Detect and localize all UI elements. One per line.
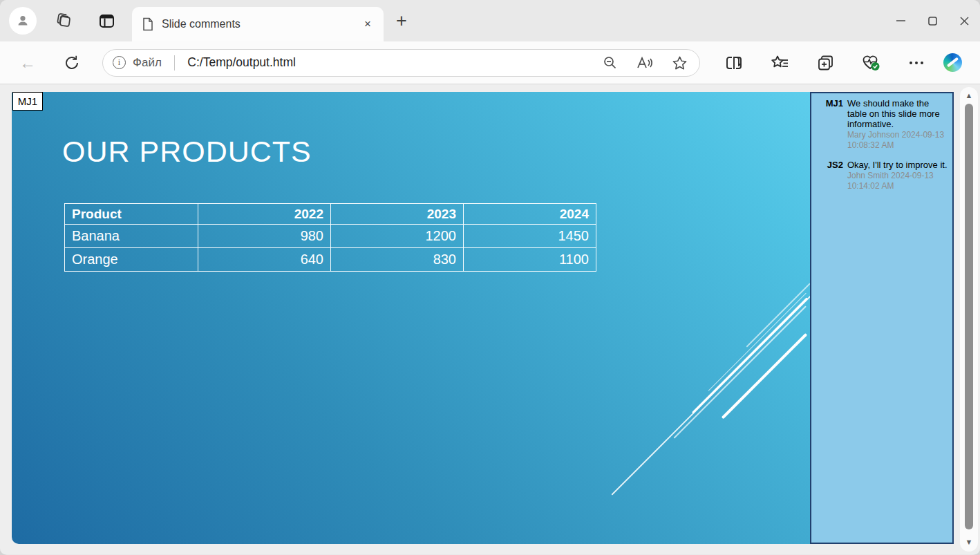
comment-body: Okay, I'll try to improve it. John Smith… bbox=[847, 160, 948, 191]
refresh-icon[interactable] bbox=[62, 55, 82, 71]
cell-banana-2024: 1450 bbox=[464, 225, 596, 248]
settings-more-icon[interactable] bbox=[905, 61, 928, 65]
table-row: Orange 640 830 1100 bbox=[65, 248, 596, 272]
url-text[interactable]: C:/Temp/output.html bbox=[187, 55, 585, 70]
comment-meta: John Smith 2024-09-13 10:14:02 AM bbox=[847, 171, 948, 191]
comment-item: MJ1 We should make the table on this sli… bbox=[820, 98, 948, 150]
address-divider bbox=[174, 55, 176, 70]
header-product: Product bbox=[65, 204, 198, 225]
browser-window: Slide comments × + ← bbox=[0, 0, 980, 555]
decor-line bbox=[673, 305, 806, 438]
address-bar[interactable]: i Файл C:/Temp/output.html bbox=[102, 49, 700, 77]
maximize-icon bbox=[928, 17, 937, 26]
profile-button[interactable] bbox=[9, 7, 37, 35]
minimize-icon bbox=[896, 20, 905, 21]
titlebar: Slide comments × + bbox=[0, 0, 980, 41]
products-table: Product 2022 2023 2024 Banana 980 1200 1… bbox=[64, 203, 596, 272]
comment-marker-mj1[interactable]: MJ1 bbox=[12, 92, 43, 111]
new-tab-button[interactable]: + bbox=[396, 12, 407, 30]
workspaces-icon bbox=[55, 12, 73, 30]
cell-orange-2022: 640 bbox=[198, 248, 331, 272]
copilot-icon[interactable] bbox=[943, 53, 962, 72]
comment-body: We should make the table on this slide m… bbox=[847, 98, 948, 150]
cell-orange-2024: 1100 bbox=[464, 248, 596, 272]
window-controls bbox=[885, 0, 980, 41]
page-viewport: OUR PRODUCTS Product 2022 2023 2024 Bana… bbox=[0, 84, 980, 554]
header-2024: 2024 bbox=[464, 204, 596, 225]
maximize-button[interactable] bbox=[916, 0, 948, 41]
browser-tab[interactable]: Slide comments × bbox=[132, 7, 384, 41]
cell-orange: Orange bbox=[65, 248, 198, 272]
page-icon bbox=[142, 17, 154, 31]
read-aloud-icon[interactable] bbox=[636, 55, 654, 70]
site-info-icon[interactable]: i bbox=[113, 56, 126, 69]
tab-close-icon[interactable]: × bbox=[361, 17, 374, 31]
close-icon bbox=[960, 17, 969, 26]
comment-text: We should make the table on this slide m… bbox=[847, 98, 948, 129]
minimize-button[interactable] bbox=[885, 0, 916, 41]
comment-item: JS2 Okay, I'll try to improve it. John S… bbox=[820, 160, 948, 191]
comment-text: Okay, I'll try to improve it. bbox=[847, 160, 948, 170]
browser-essentials-icon[interactable] bbox=[859, 54, 883, 71]
cell-orange-2023: 830 bbox=[331, 248, 464, 272]
favorite-star-icon[interactable] bbox=[670, 55, 688, 70]
table-header-row: Product 2022 2023 2024 bbox=[65, 204, 596, 225]
scrollbar-thumb[interactable] bbox=[965, 104, 973, 529]
header-2023: 2023 bbox=[331, 204, 464, 225]
cell-banana-2023: 1200 bbox=[331, 225, 464, 248]
scroll-up-icon[interactable]: ▲ bbox=[960, 91, 978, 100]
table-row: Banana 980 1200 1450 bbox=[65, 225, 596, 248]
page-scrollbar[interactable]: ▲ ▼ bbox=[960, 87, 978, 552]
toolbar: ← i Файл C:/Temp/output.html bbox=[0, 41, 980, 84]
tab-title: Slide comments bbox=[162, 18, 354, 30]
comments-panel: MJ1 We should make the table on this sli… bbox=[810, 92, 954, 544]
vertical-tabs-icon bbox=[98, 12, 115, 30]
slide-title: OUR PRODUCTS bbox=[62, 135, 312, 169]
zoom-out-icon[interactable] bbox=[601, 55, 619, 70]
comment-meta: Mary Johnson 2024-09-13 10:08:32 AM bbox=[847, 130, 948, 150]
back-icon[interactable]: ← bbox=[18, 53, 37, 73]
decor-line bbox=[692, 297, 808, 413]
comment-ref: MJ1 bbox=[820, 98, 843, 150]
favorites-hub-icon[interactable] bbox=[768, 55, 791, 70]
split-screen-icon[interactable] bbox=[722, 55, 746, 70]
tab-actions-button[interactable] bbox=[97, 12, 115, 30]
header-2022: 2022 bbox=[198, 204, 331, 225]
cell-banana-2022: 980 bbox=[198, 225, 331, 248]
collections-icon[interactable] bbox=[813, 55, 837, 71]
cell-banana: Banana bbox=[65, 225, 198, 248]
profile-icon bbox=[15, 13, 30, 28]
decor-line bbox=[708, 293, 807, 391]
protocol-label: Файл bbox=[133, 56, 162, 70]
workspaces-button[interactable] bbox=[55, 12, 73, 30]
close-window-button[interactable] bbox=[948, 0, 980, 41]
comment-ref: JS2 bbox=[820, 160, 843, 191]
scroll-down-icon[interactable]: ▼ bbox=[960, 538, 978, 546]
